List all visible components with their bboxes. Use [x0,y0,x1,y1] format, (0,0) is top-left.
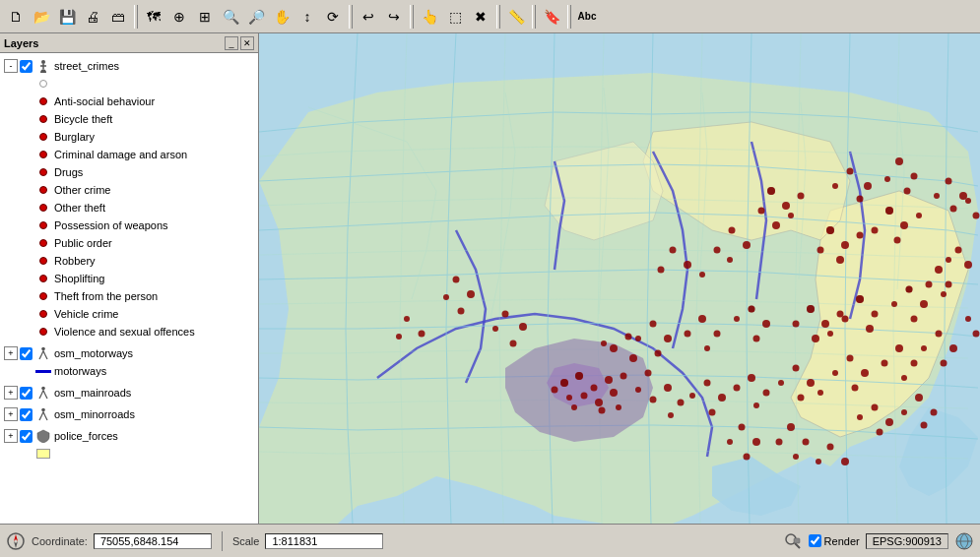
label-vehicle: Vehicle crime [54,308,118,320]
layers-close-button[interactable]: ✕ [240,36,254,50]
svg-point-90 [778,380,784,386]
layer-row-motorways[interactable]: + osm_motorways [2,344,256,362]
render-checkbox[interactable] [809,534,821,547]
globe-icon[interactable] [954,531,974,551]
svg-point-134 [904,188,911,195]
svg-point-119 [704,380,711,387]
layers-header: Layers _ ✕ [0,33,258,53]
svg-point-131 [895,157,903,165]
zoom-layer-button[interactable]: ⊕ [167,5,191,29]
select-button[interactable]: ↕ [295,5,319,29]
print-button[interactable]: 🖨 [81,5,104,29]
zoom-select-button[interactable]: ⊞ [193,5,217,29]
svg-rect-184 [794,538,800,543]
layer-child-motorways-line[interactable]: motorways [33,362,256,380]
svg-point-86 [635,336,641,341]
svg-point-67 [891,301,897,307]
layer-child-othertheft[interactable]: Other theft [33,199,256,217]
svg-point-99 [882,360,888,367]
layer-row-minorroads[interactable]: + osm_minorroads [2,405,256,423]
label-violence: Violence and sexual offences [54,326,195,338]
t12[interactable]: ⟳ [321,5,345,29]
layer-child-weapons[interactable]: Possession of weapons [33,217,256,234]
select2-button[interactable]: ⬚ [443,5,467,29]
save-button[interactable]: 💾 [55,5,79,29]
pan-button[interactable]: ✋ [270,5,294,29]
layer-child-shoplifting[interactable]: Shoplifting [33,270,256,287]
svg-point-56 [821,320,829,328]
layer-child-theft-person[interactable]: Theft from the person [33,287,256,305]
layer-child-criminal[interactable]: Criminal damage and arson [33,146,256,163]
expand-mainroads[interactable]: + [4,386,18,400]
layer-child-robbery[interactable]: Robbery [33,252,256,270]
svg-point-68 [911,316,918,323]
zoom-out-button[interactable]: 🔎 [244,5,268,29]
svg-point-168 [841,458,849,465]
svg-point-173 [826,226,834,234]
label-bicycle: Bicycle theft [54,113,112,125]
dot-drugs-icon [35,164,51,180]
label-minorroads: osm_minorroads [54,408,135,420]
svg-point-47 [729,227,736,234]
svg-point-107 [872,404,879,411]
redo-button[interactable]: ↪ [382,5,406,29]
layer-child-othercrime[interactable]: Other crime [33,181,256,199]
checkbox-motorways[interactable] [20,347,33,360]
identify-button[interactable]: 👆 [418,5,441,29]
measure-button[interactable]: 📏 [504,5,528,29]
layer-child-violence[interactable]: Violence and sexual offences [33,323,256,340]
zoom-full-button[interactable]: 🗺 [142,5,165,29]
layers-minimize-button[interactable]: _ [225,36,238,50]
svg-point-96 [852,385,859,392]
checkbox-mainroads[interactable] [20,387,33,400]
svg-point-176 [856,295,864,303]
layer-row-police[interactable]: + police_forces [2,427,256,445]
checkbox-minorroads[interactable] [20,408,33,421]
bookmarks-button[interactable]: 🔖 [540,5,563,29]
deselect-button[interactable]: ✖ [469,5,492,29]
rect-police-icon [35,446,51,462]
svg-point-155 [502,311,509,318]
label-button[interactable]: Abc [575,5,599,29]
svg-point-45 [916,213,922,218]
label-criminal: Criminal damage and arson [54,149,187,160]
line-motorways-icon [35,363,51,379]
dot-violence-icon [35,324,51,340]
open-button[interactable]: 📂 [30,5,53,29]
layer-child-antisocial[interactable]: Anti-social behaviour [33,93,256,110]
expand-motorways[interactable]: + [4,346,18,360]
svg-point-126 [668,412,674,418]
t5[interactable]: 🗃 [106,5,130,29]
svg-point-150 [443,294,449,300]
undo-button[interactable]: ↩ [357,5,380,29]
expand-police[interactable]: + [4,429,18,443]
layers-header-buttons: _ ✕ [225,36,254,50]
svg-point-52 [684,261,691,269]
label-antisocial: Anti-social behaviour [54,95,155,107]
svg-point-8 [41,387,45,391]
dot-othertheft-icon [35,200,51,216]
layer-child-empty[interactable] [33,75,256,93]
layer-child-drugs[interactable]: Drugs [33,163,256,181]
layer-child-bicycle[interactable]: Bicycle theft [33,110,256,128]
layer-child-publicorder[interactable]: Public order [33,234,256,252]
layer-row-street-crimes[interactable]: - street_crimes [2,57,256,75]
svg-point-71 [926,281,933,288]
checkbox-street-crimes[interactable] [20,60,33,73]
sep2 [349,5,353,29]
svg-point-172 [767,187,775,195]
map-area[interactable] [259,33,980,524]
dot-shoplifting-icon [35,271,51,286]
layer-row-mainroads[interactable]: + osm_mainroads [2,384,256,402]
layer-child-police-rect[interactable] [33,445,256,463]
expand-street-crimes[interactable]: - [4,59,18,73]
new-button[interactable]: 🗋 [4,5,28,29]
checkbox-police[interactable] [20,430,33,443]
zoom-in-button[interactable]: 🔍 [219,5,242,29]
label-theft-person: Theft from the person [54,290,158,302]
svg-point-97 [895,344,903,352]
svg-point-78 [734,316,740,322]
expand-minorroads[interactable]: + [4,407,18,421]
layer-child-burglary[interactable]: Burglary [33,128,256,146]
layer-child-vehicle[interactable]: Vehicle crime [33,305,256,323]
